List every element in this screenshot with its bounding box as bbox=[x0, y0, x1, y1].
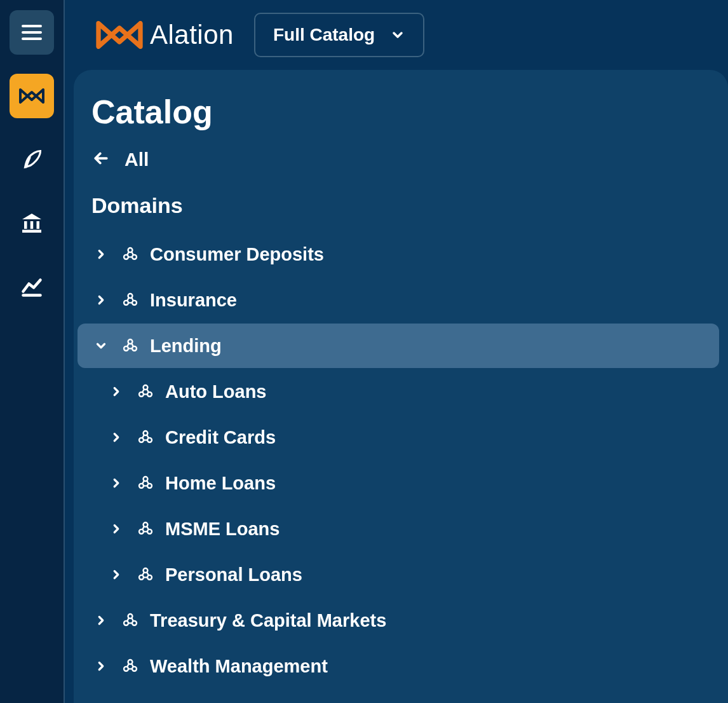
svg-point-30 bbox=[132, 621, 137, 625]
bowtie-icon bbox=[95, 21, 144, 49]
svg-point-7 bbox=[128, 294, 133, 298]
topbar: Alation Full Catalog bbox=[65, 0, 728, 70]
svg-rect-1 bbox=[30, 221, 34, 229]
subdomain-row[interactable]: Personal Loans bbox=[74, 552, 728, 597]
svg-point-14 bbox=[139, 392, 144, 397]
chevron-right-icon[interactable] bbox=[91, 657, 111, 676]
catalog-scope-dropdown[interactable]: Full Catalog bbox=[254, 13, 424, 57]
subdomain-row[interactable]: Credit Cards bbox=[74, 415, 728, 460]
domain-icon bbox=[121, 245, 140, 264]
domain-icon bbox=[121, 611, 140, 630]
svg-point-21 bbox=[147, 484, 152, 488]
svg-point-19 bbox=[144, 477, 148, 481]
domain-icon bbox=[121, 290, 140, 310]
svg-point-16 bbox=[144, 431, 148, 435]
main-area: Alation Full Catalog Catalog All Domains… bbox=[65, 0, 728, 703]
nav-item-governance[interactable] bbox=[10, 201, 54, 245]
domain-row[interactable]: Wealth Management bbox=[74, 644, 728, 688]
chevron-right-icon[interactable] bbox=[91, 290, 111, 310]
svg-point-29 bbox=[124, 621, 128, 625]
svg-point-23 bbox=[139, 529, 144, 534]
catalog-scope-label: Full Catalog bbox=[273, 25, 375, 45]
svg-point-32 bbox=[124, 667, 128, 671]
domain-label: Consumer Deposits bbox=[150, 244, 324, 265]
chevron-right-icon[interactable] bbox=[107, 428, 126, 447]
svg-point-10 bbox=[128, 339, 133, 344]
svg-point-6 bbox=[132, 255, 137, 259]
feather-icon bbox=[20, 148, 43, 171]
domain-label: Insurance bbox=[150, 290, 237, 311]
domain-row[interactable]: Lending bbox=[78, 324, 719, 368]
page-title: Catalog bbox=[74, 93, 728, 131]
domain-icon bbox=[121, 657, 140, 676]
chevron-down-icon[interactable] bbox=[91, 336, 111, 355]
svg-point-26 bbox=[139, 575, 144, 580]
domain-icon bbox=[136, 382, 155, 401]
svg-point-28 bbox=[128, 614, 133, 618]
svg-point-25 bbox=[144, 568, 148, 573]
domain-icon bbox=[136, 428, 155, 447]
chevron-right-icon[interactable] bbox=[107, 565, 126, 584]
domain-label: Wealth Management bbox=[150, 656, 328, 677]
subdomain-label: Personal Loans bbox=[165, 564, 302, 585]
svg-point-27 bbox=[147, 575, 152, 580]
content-panel: Catalog All Domains Consumer DepositsIns… bbox=[74, 70, 728, 703]
chevron-right-icon[interactable] bbox=[91, 611, 111, 630]
svg-point-22 bbox=[144, 522, 148, 527]
breadcrumb-label: All bbox=[125, 149, 149, 170]
svg-rect-2 bbox=[37, 221, 40, 229]
subdomain-row[interactable]: Auto Loans bbox=[74, 369, 728, 414]
svg-point-33 bbox=[132, 667, 137, 671]
chevron-down-icon bbox=[390, 27, 405, 43]
svg-point-13 bbox=[144, 385, 148, 390]
svg-rect-3 bbox=[22, 230, 41, 233]
subdomain-label: Auto Loans bbox=[165, 381, 267, 402]
area-chart-icon bbox=[20, 275, 43, 298]
svg-point-18 bbox=[147, 438, 152, 442]
menu-toggle-button[interactable] bbox=[10, 10, 54, 55]
nav-item-analytics[interactable] bbox=[10, 264, 54, 309]
domain-icon bbox=[136, 565, 155, 584]
svg-point-5 bbox=[124, 255, 128, 259]
svg-point-9 bbox=[132, 301, 137, 305]
subdomain-label: Credit Cards bbox=[165, 427, 276, 448]
domain-icon bbox=[136, 474, 155, 493]
svg-point-17 bbox=[139, 438, 144, 442]
chevron-right-icon[interactable] bbox=[91, 245, 111, 264]
domain-icon bbox=[121, 336, 140, 355]
chevron-right-icon[interactable] bbox=[107, 382, 126, 401]
svg-point-4 bbox=[128, 248, 133, 252]
svg-point-12 bbox=[132, 346, 137, 351]
svg-point-24 bbox=[147, 529, 152, 534]
chevron-right-icon[interactable] bbox=[107, 519, 126, 538]
svg-point-8 bbox=[124, 301, 128, 305]
nav-rail bbox=[0, 0, 65, 703]
domain-row[interactable]: Treasury & Capital Markets bbox=[74, 598, 728, 643]
chevron-right-icon[interactable] bbox=[107, 474, 126, 493]
subdomain-row[interactable]: Home Loans bbox=[74, 461, 728, 505]
domain-row[interactable]: Consumer Deposits bbox=[74, 232, 728, 276]
svg-point-11 bbox=[124, 346, 128, 351]
domain-icon bbox=[136, 519, 155, 538]
svg-rect-0 bbox=[24, 221, 27, 229]
nav-item-catalog[interactable] bbox=[10, 74, 54, 118]
svg-point-31 bbox=[128, 660, 133, 664]
svg-point-20 bbox=[139, 484, 144, 488]
subdomain-row[interactable]: MSME Loans bbox=[74, 507, 728, 551]
hamburger-icon bbox=[22, 25, 42, 40]
svg-point-15 bbox=[147, 392, 152, 397]
domain-tree: Consumer DepositsInsuranceLendingAuto Lo… bbox=[74, 232, 728, 688]
subdomain-label: MSME Loans bbox=[165, 519, 280, 540]
domain-label: Treasury & Capital Markets bbox=[150, 610, 386, 631]
bank-icon bbox=[20, 212, 43, 235]
breadcrumb-back[interactable]: All bbox=[74, 149, 728, 170]
domains-heading: Domains bbox=[74, 193, 728, 218]
subdomain-label: Home Loans bbox=[165, 473, 276, 494]
nav-item-compose[interactable] bbox=[10, 137, 54, 182]
domain-label: Lending bbox=[150, 336, 222, 357]
domain-row[interactable]: Insurance bbox=[74, 278, 728, 322]
brand-name: Alation bbox=[150, 20, 234, 50]
brand-logo[interactable]: Alation bbox=[95, 20, 234, 50]
arrow-left-icon bbox=[91, 149, 111, 170]
bowtie-icon bbox=[19, 88, 44, 104]
